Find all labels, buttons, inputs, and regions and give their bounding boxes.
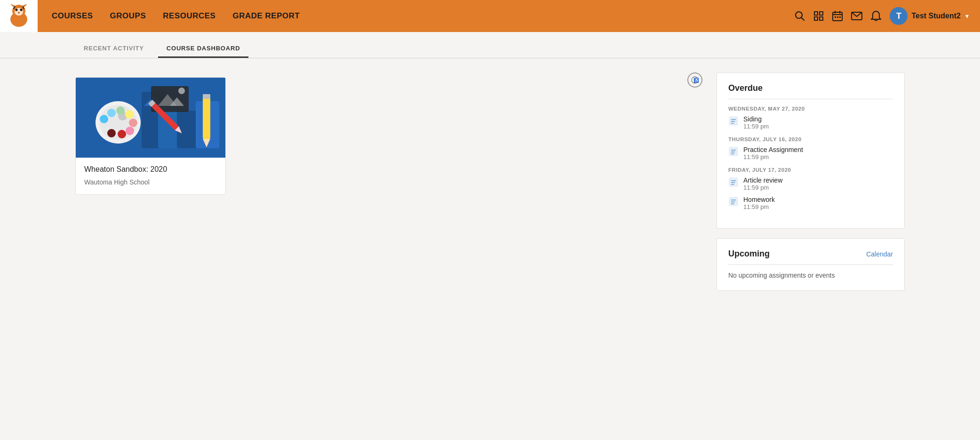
- svg-point-8: [20, 8, 23, 11]
- tabs-bar: RECENT ACTIVITY COURSE DASHBOARD: [0, 32, 980, 58]
- user-menu[interactable]: T Test Student2 ▾: [890, 7, 969, 25]
- svg-point-36: [178, 88, 185, 94]
- assignment-item[interactable]: Siding 11:59 pm: [728, 115, 893, 130]
- svg-line-11: [802, 18, 805, 21]
- assignment-item[interactable]: Homework 11:59 pm: [728, 196, 893, 210]
- svg-text:♿: ♿: [693, 77, 699, 83]
- svg-rect-21: [837, 16, 838, 18]
- assignment-time: 11:59 pm: [743, 153, 803, 160]
- svg-rect-53: [203, 94, 210, 99]
- assignment-name: Article review: [743, 176, 782, 184]
- svg-point-7: [16, 8, 18, 11]
- svg-rect-66: [729, 197, 738, 206]
- navbar-actions: T Test Student2 ▾: [795, 7, 969, 25]
- calendar-icon[interactable]: [832, 11, 843, 21]
- svg-rect-62: [729, 178, 738, 186]
- upcoming-panel-title: Upcoming: [728, 249, 770, 259]
- nav-courses[interactable]: COURSES: [52, 11, 93, 21]
- assignment-name: Homework: [743, 196, 775, 203]
- upcoming-panel-header: Upcoming Calendar: [728, 249, 893, 265]
- overdue-panel-title: Overdue: [728, 83, 893, 99]
- assignment-item[interactable]: Article review 11:59 pm: [728, 176, 893, 191]
- tab-course-dashboard[interactable]: COURSE DASHBOARD: [158, 45, 249, 58]
- svg-point-44: [129, 119, 137, 127]
- svg-rect-54: [729, 117, 738, 125]
- chevron-down-icon: ▾: [965, 12, 969, 20]
- svg-rect-13: [820, 12, 823, 15]
- assignment-item[interactable]: Practice Assignment 11:59 pm: [728, 146, 893, 160]
- date-label-1: WEDNESDAY, MAY 27, 2020: [728, 106, 893, 112]
- svg-point-42: [116, 106, 125, 115]
- course-card-body: Wheaton Sandbox: 2020 Wautoma High Schoo…: [76, 158, 225, 194]
- left-area: ♿: [75, 72, 702, 426]
- right-sidebar: Overdue WEDNESDAY, MAY 27, 2020 Siding 1…: [717, 72, 905, 426]
- svg-rect-22: [839, 16, 841, 18]
- svg-point-41: [107, 109, 116, 117]
- date-label-3: FRIDAY, JULY 17, 2020: [728, 167, 893, 173]
- avatar: T: [890, 7, 908, 25]
- course-card-school: Wautoma High School: [84, 178, 217, 186]
- date-group-3: FRIDAY, JULY 17, 2020 Article review 11:…: [728, 167, 893, 210]
- logo[interactable]: [0, 0, 38, 32]
- calendar-link[interactable]: Calendar: [866, 250, 893, 258]
- svg-rect-15: [820, 17, 823, 20]
- navbar-links: COURSES GROUPS RESOURCES GRADE REPORT: [52, 11, 795, 21]
- navbar: COURSES GROUPS RESOURCES GRADE REPORT: [0, 0, 980, 32]
- tab-recent-activity[interactable]: RECENT ACTIVITY: [75, 45, 152, 58]
- nav-resources[interactable]: RESOURCES: [163, 11, 215, 21]
- date-group-1: WEDNESDAY, MAY 27, 2020 Siding 11:59 pm: [728, 106, 893, 130]
- nav-groups[interactable]: GROUPS: [110, 11, 146, 21]
- course-card[interactable]: Wheaton Sandbox: 2020 Wautoma High Schoo…: [75, 77, 226, 195]
- date-group-2: THURSDAY, JULY 16, 2020 Practice Assignm…: [728, 136, 893, 160]
- course-card-title: Wheaton Sandbox: 2020: [84, 165, 217, 174]
- grid-icon[interactable]: [813, 11, 824, 21]
- svg-point-9: [18, 12, 20, 13]
- no-upcoming-message: No upcoming assignments or events: [728, 272, 893, 279]
- svg-rect-14: [814, 17, 818, 20]
- assignment-time: 11:59 pm: [743, 184, 782, 191]
- svg-rect-51: [203, 94, 210, 139]
- svg-rect-20: [835, 16, 836, 18]
- svg-point-47: [107, 129, 116, 137]
- upcoming-panel: Upcoming Calendar No upcoming assignment…: [717, 238, 905, 291]
- search-icon[interactable]: [795, 11, 805, 21]
- svg-rect-58: [729, 147, 738, 156]
- svg-point-46: [118, 130, 126, 138]
- username-label: Test Student2: [911, 12, 961, 20]
- svg-rect-12: [814, 12, 818, 15]
- assignment-name: Practice Assignment: [743, 146, 803, 153]
- nav-grade-report[interactable]: GRADE REPORT: [232, 11, 300, 21]
- course-card-image: [76, 78, 226, 158]
- svg-point-43: [125, 110, 134, 119]
- overdue-panel: Overdue WEDNESDAY, MAY 27, 2020 Siding 1…: [717, 72, 905, 229]
- assignment-time: 11:59 pm: [743, 203, 775, 210]
- assignment-time: 11:59 pm: [743, 123, 769, 130]
- svg-point-40: [100, 115, 108, 123]
- main-content: ♿: [0, 58, 980, 440]
- date-label-2: THURSDAY, JULY 16, 2020: [728, 136, 893, 142]
- accessibility-button[interactable]: ♿: [687, 72, 702, 88]
- mail-icon[interactable]: [851, 12, 862, 20]
- assignment-name: Siding: [743, 115, 769, 123]
- bell-icon[interactable]: [871, 10, 881, 22]
- svg-point-45: [126, 127, 134, 135]
